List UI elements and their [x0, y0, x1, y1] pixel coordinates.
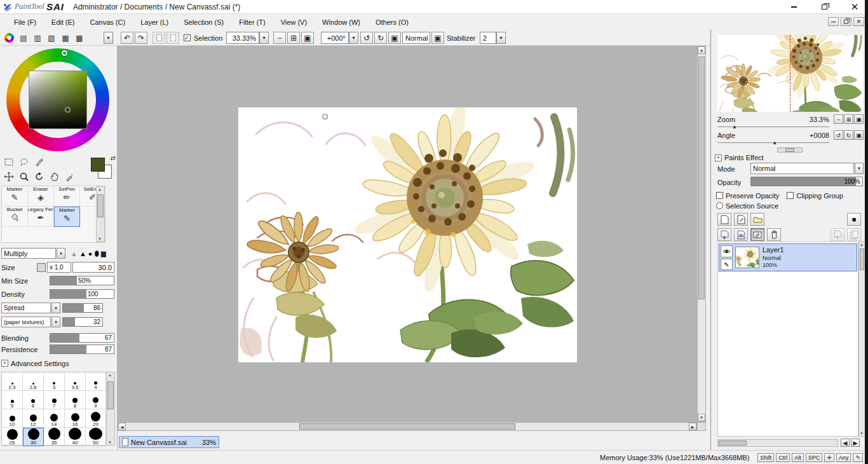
panel-config-dropdown-button[interactable]: ▾	[104, 32, 113, 44]
canvas-vertical-scrollbar[interactable]: ▲ ▼	[697, 46, 706, 422]
brush-size-scroll-down-icon[interactable]: ▼	[108, 440, 112, 444]
navigator-zoom-out-button[interactable]: −	[834, 114, 843, 124]
tool-cell-legacy-pen[interactable]: Legacy Pen✒	[28, 207, 54, 227]
move-tool[interactable]	[1, 170, 17, 184]
layer-color-button[interactable]: ■	[847, 213, 861, 226]
hand-tool[interactable]	[47, 170, 62, 184]
eyedropper-tool[interactable]	[62, 170, 78, 184]
panel-mini-slider[interactable]	[777, 147, 803, 153]
new-layer-button[interactable]	[717, 213, 731, 226]
tool-grid-scroll-down-icon[interactable]: ▼	[98, 237, 102, 241]
swap-colors-icon[interactable]: ⇄	[111, 154, 116, 161]
navigator-zoom-in-button[interactable]: ⊞	[844, 114, 853, 124]
selection-source-radio[interactable]	[716, 202, 723, 209]
brush-size-cell[interactable]: 50	[86, 428, 106, 446]
navigator-panel[interactable]	[717, 35, 863, 112]
brush-tip-ellipse-icon[interactable]: ⬮	[94, 249, 99, 258]
min-size-slider[interactable]: 50%	[50, 276, 114, 285]
minimize-button[interactable]	[785, 1, 802, 13]
zoom-combo[interactable]: 33.33%	[226, 32, 259, 44]
brush-size-cell[interactable]: 2.6	[23, 372, 44, 391]
swatch-lines-icon[interactable]: ▥	[32, 32, 43, 43]
menu-item-canvas[interactable]: Canvas (C)	[83, 17, 133, 28]
paints-effect-header[interactable]: + Paints Effect	[715, 153, 764, 162]
rotate-reset-button[interactable]: ▣	[388, 32, 401, 44]
advanced-settings-toggle[interactable]: + Advanced Settings	[1, 358, 116, 369]
scroll-up-button[interactable]: ▲	[698, 46, 705, 54]
canvas-viewport[interactable]	[118, 46, 697, 422]
menu-item-edit[interactable]: Edit (E)	[44, 17, 83, 28]
mini-slider-thumb[interactable]	[785, 148, 794, 152]
layer-visibility-toggle[interactable]	[721, 245, 733, 257]
layer-scroll-up-icon[interactable]: ▲	[860, 243, 864, 247]
layer-list[interactable]: ✎ Layer1 Normal 100%	[717, 242, 858, 437]
swatch-dots-icon[interactable]: ▧	[46, 32, 57, 43]
brush-size-cell[interactable]: 9	[86, 391, 106, 409]
brush-size-cell[interactable]: 35	[44, 428, 65, 446]
brush-blend-combo[interactable]: Multiply	[1, 248, 56, 259]
scroll-left-button[interactable]: ◀	[118, 423, 126, 430]
delete-layer-button[interactable]	[767, 228, 781, 241]
saturation-value-square[interactable]	[29, 71, 87, 129]
layer-scroll-down-icon[interactable]: ▼	[860, 432, 864, 435]
brush-size-cell[interactable]: 2.3	[2, 372, 23, 391]
zoom-reset-button[interactable]: ▣	[301, 32, 314, 44]
tool-cell-marker-selected[interactable]: Marker✎	[54, 207, 80, 227]
menu-item-filter[interactable]: Filter (T)	[231, 17, 273, 28]
horizontal-scrollbar-thumb[interactable]	[299, 423, 515, 430]
vertical-scrollbar-thumb[interactable]	[698, 57, 705, 299]
swatch-grid-icon[interactable]: ▦	[60, 32, 71, 43]
spread-slider[interactable]: 86	[62, 303, 103, 313]
document-tab[interactable]: New Canvassf.sai 33%	[119, 436, 219, 448]
navigator-rotate-ccw-button[interactable]: ↺	[834, 130, 843, 140]
navigator-angle-reset-button[interactable]: ▣	[854, 130, 864, 140]
size-multiplier-box[interactable]: x 1.0	[47, 262, 71, 273]
stabilizer-combo[interactable]: 2	[480, 32, 496, 44]
tool-grid-scrollbar[interactable]: ▲ ▼	[96, 186, 105, 242]
restore-button[interactable]	[816, 1, 832, 13]
color-wheel-panel-icon[interactable]	[3, 32, 15, 43]
panel-expand-left-button[interactable]: ◀	[841, 439, 850, 447]
menu-item-file[interactable]: File (F)	[6, 17, 44, 28]
sv-marker[interactable]	[65, 107, 71, 113]
clipping-group-checkbox[interactable]	[787, 192, 794, 199]
brush-size-cell[interactable]: 10	[2, 409, 23, 428]
rotate-ccw-button[interactable]: ↺	[360, 32, 373, 44]
doc-minimize-button[interactable]	[828, 17, 839, 26]
layer-item[interactable]: ✎ Layer1 Normal 100%	[719, 243, 857, 271]
angle-dropdown-button[interactable]: ▾	[349, 32, 358, 44]
transfer-down-button[interactable]	[717, 228, 731, 241]
brush-size-scrollbar-thumb[interactable]	[107, 381, 114, 409]
brush-size-cell[interactable]: 7	[44, 391, 65, 409]
paste-layer-button[interactable]	[831, 228, 844, 241]
view-mode-button[interactable]: ▣	[431, 32, 444, 44]
layer-panel-hscrollbar-thumb[interactable]	[719, 440, 747, 446]
navigator-rotate-cw-button[interactable]: ↻	[844, 130, 853, 140]
view-mode-combo[interactable]: Normal	[402, 32, 430, 44]
brush-size-cell[interactable]: 20	[86, 409, 106, 428]
brush-tip-circle-icon[interactable]: ●	[88, 250, 93, 257]
size-unit-button[interactable]	[37, 263, 46, 272]
close-button[interactable]: ✕	[846, 1, 863, 13]
brush-tip-flat-icon[interactable]: ▆	[101, 250, 106, 257]
texture-dropdown-button[interactable]: ▾	[51, 317, 60, 327]
selection-checkbox[interactable]: ✓	[182, 32, 191, 43]
brush-size-scrollbar[interactable]: ▲ ▼	[106, 372, 115, 446]
empty-tool-slot-2[interactable]	[62, 155, 78, 169]
zoom-tool[interactable]	[17, 170, 32, 184]
brush-size-cell[interactable]: 8	[65, 391, 86, 409]
brush-size-cell[interactable]: 14	[44, 409, 65, 428]
scroll-down-button[interactable]: ▼	[698, 414, 705, 421]
brush-size-scroll-up-icon[interactable]: ▲	[108, 373, 112, 377]
rotate-cw-button[interactable]: ↻	[374, 32, 387, 44]
brush-size-cell[interactable]: 3.5	[65, 372, 86, 391]
tool-cell-marker[interactable]: Marker✎	[2, 186, 28, 207]
layer-panel-hscrollbar[interactable]	[717, 439, 838, 447]
texture-combo[interactable]: (paper textures)	[1, 317, 51, 327]
deselect-button[interactable]	[153, 32, 165, 44]
layer-paint-lock-toggle[interactable]: ✎	[721, 259, 733, 270]
scratchpad-icon[interactable]: ▩	[74, 32, 85, 43]
blending-slider[interactable]: 67	[50, 333, 114, 343]
merge-down-button[interactable]	[734, 228, 748, 241]
copy-layer-button[interactable]	[847, 228, 861, 241]
